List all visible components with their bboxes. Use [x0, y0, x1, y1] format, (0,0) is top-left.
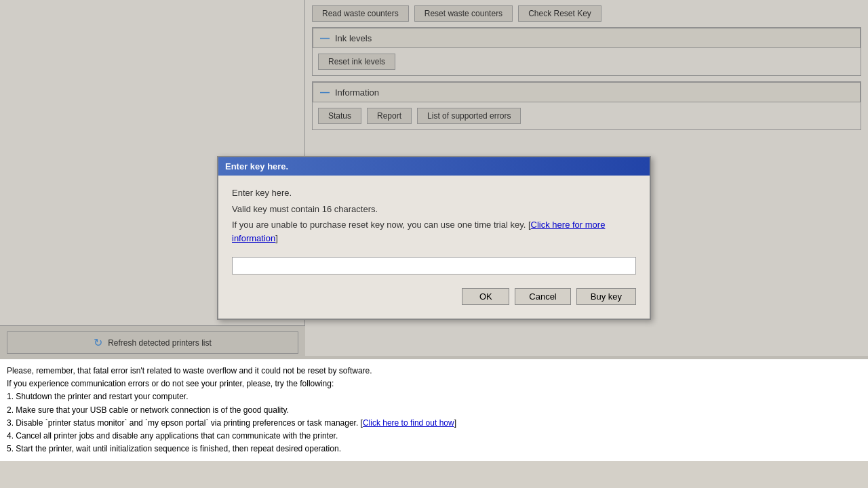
- dialog-line3: If you are unable to purchase reset key …: [232, 218, 636, 245]
- step4-text: 4. Cancel all printer jobs and disable a…: [7, 430, 861, 443]
- cancel-button[interactable]: Cancel: [515, 288, 570, 305]
- app-window: Read waste counters Reset waste counters…: [0, 0, 868, 488]
- step2-text: 2. Make sure that your USB cable or netw…: [7, 404, 861, 417]
- dialog-line3-post: ]: [275, 233, 278, 243]
- comm-errors-text: If you experience communication errors o…: [7, 378, 861, 390]
- step3-link[interactable]: Click here to find out how: [363, 418, 454, 428]
- dialog-line3-pre: If you are unable to purchase reset key …: [232, 220, 531, 230]
- dialog-buttons: OK Cancel Buy key: [232, 284, 636, 308]
- step5-text: 5. Start the printer, wait until initial…: [7, 443, 861, 455]
- dialog-line2: Valid key must contain 16 characters.: [232, 203, 636, 216]
- step1-text: 1. Shutdown the printer and restart your…: [7, 390, 861, 403]
- enter-key-dialog: Enter key here. Enter key here. Valid ke…: [217, 156, 651, 320]
- dialog-body: Enter key here. Valid key must contain 1…: [218, 176, 650, 319]
- bottom-info: Please, remember, that fatal error isn't…: [0, 359, 868, 461]
- key-input[interactable]: [232, 257, 636, 274]
- dialog-titlebar: Enter key here.: [218, 157, 650, 176]
- step3-pre: 3. Disable `printer status monitor` and …: [7, 418, 363, 428]
- step3-text: 3. Disable `printer status monitor` and …: [7, 417, 861, 430]
- dialog-title: Enter key here.: [225, 161, 288, 171]
- dialog-line1: Enter key here.: [232, 186, 636, 200]
- ok-button[interactable]: OK: [462, 288, 509, 305]
- step3-post: ]: [454, 418, 456, 428]
- warning-text: Please, remember, that fatal error isn't…: [7, 365, 861, 378]
- buy-key-button[interactable]: Buy key: [576, 288, 636, 305]
